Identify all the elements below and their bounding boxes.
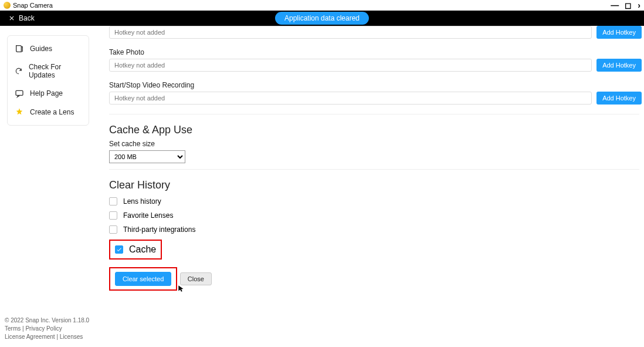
window-titlebar: Snap Camera — ◻ › [0, 0, 644, 11]
sidebar-item-label: Help Page [30, 89, 63, 97]
highlighted-clear-button: Clear selected [109, 267, 177, 291]
checkbox-third-party[interactable] [109, 225, 117, 234]
sidebar-item-guides[interactable]: Guides [8, 39, 89, 58]
clear-history-title: Clear History [109, 179, 644, 191]
main-content: Add Hotkey Take Photo Add Hotkey Start/S… [109, 26, 644, 347]
check-icon [116, 247, 122, 252]
cursor-icon [177, 285, 185, 293]
app-icon [4, 2, 11, 9]
hotkey-input[interactable] [109, 26, 592, 39]
footer-link-license-agreement[interactable]: License Agreement [5, 333, 55, 340]
add-hotkey-button[interactable]: Add Hotkey [596, 26, 642, 39]
close-window-button[interactable]: › [638, 1, 640, 10]
cache-size-select[interactable]: 200 MB [109, 150, 185, 163]
sidebar-item-create-lens[interactable]: Create a Lens [8, 103, 89, 122]
sidebar-item-updates[interactable]: Check For Updates [8, 58, 89, 84]
checkbox-favorite-lenses[interactable] [109, 211, 117, 220]
help-icon [15, 89, 24, 98]
footer-link-privacy[interactable]: Privacy Policy [25, 325, 62, 332]
hotkey-input[interactable] [109, 92, 592, 105]
hotkey-input[interactable] [109, 59, 592, 72]
checkbox-lens-history[interactable] [109, 197, 117, 205]
sidebar-item-label: Guides [30, 45, 52, 53]
star-icon [15, 107, 24, 117]
highlighted-cache-option: Cache [109, 240, 162, 260]
hotkey-row: Add Hotkey [109, 26, 644, 39]
add-hotkey-button[interactable]: Add Hotkey [596, 92, 642, 105]
book-icon [15, 44, 24, 53]
back-label: Back [19, 14, 35, 22]
cache-title: Cache & App Use [109, 124, 644, 136]
history-option: Favorite Lenses [109, 211, 644, 220]
checkbox-cache[interactable] [115, 245, 123, 254]
sidebar: Guides Check For Updates Help Page Creat… [7, 35, 89, 126]
sidebar-item-label: Create a Lens [30, 108, 74, 116]
sidebar-item-help[interactable]: Help Page [8, 84, 89, 103]
minimize-button[interactable]: — [611, 1, 619, 10]
hotkey-row: Add Hotkey [109, 59, 644, 72]
sidebar-item-label: Check For Updates [29, 63, 82, 79]
divider [109, 169, 639, 170]
hotkey-label: Take Photo [109, 48, 644, 56]
copyright: © 2022 Snap Inc. Version 1.18.0 [5, 316, 89, 325]
cache-size-label: Set cache size [109, 140, 644, 148]
clear-selected-button[interactable]: Clear selected [115, 272, 171, 286]
divider [109, 114, 639, 114]
footer: © 2022 Snap Inc. Version 1.18.0 Terms | … [5, 316, 89, 341]
checkbox-label: Lens history [123, 197, 161, 205]
close-button[interactable]: Close [180, 272, 212, 285]
back-button[interactable]: Back [0, 14, 35, 22]
svg-rect-0 [16, 90, 23, 95]
hotkey-label: Start/Stop Video Recording [109, 81, 644, 89]
maximize-button[interactable]: ◻ [625, 1, 632, 10]
history-option: Lens history [109, 197, 644, 205]
checkbox-label: Cache [129, 244, 156, 255]
checkbox-label: Third-party integrations [123, 225, 195, 234]
history-option: Third-party integrations [109, 225, 644, 234]
refresh-icon [15, 66, 23, 76]
close-icon [8, 15, 15, 22]
app-title: Snap Camera [13, 2, 53, 9]
top-banner: Back Application data cleared [0, 11, 644, 26]
toast-message: Application data cleared [275, 12, 369, 25]
footer-link-terms[interactable]: Terms [5, 325, 21, 332]
hotkey-row: Add Hotkey [109, 92, 644, 105]
checkbox-label: Favorite Lenses [123, 211, 173, 220]
footer-link-licenses[interactable]: Licenses [60, 333, 83, 340]
add-hotkey-button[interactable]: Add Hotkey [596, 59, 642, 72]
